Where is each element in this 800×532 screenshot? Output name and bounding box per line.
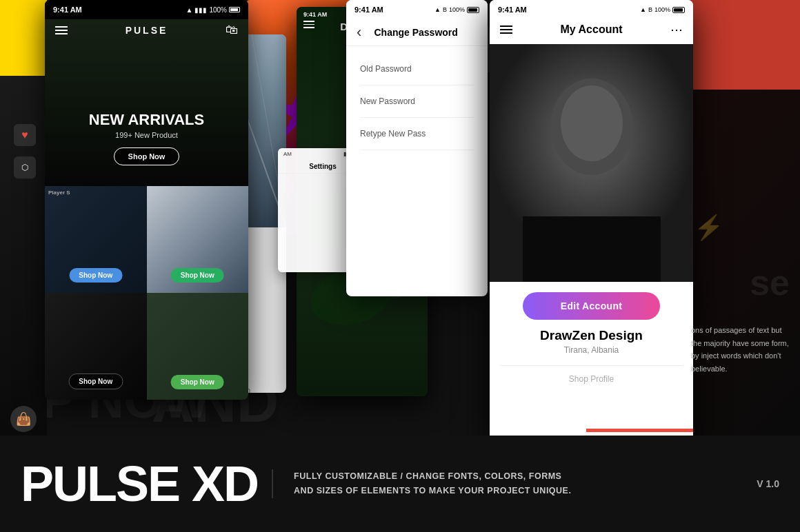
- version-label: V 1.0: [743, 478, 779, 489]
- bottom-bar: PULSE XD FULLY CUSTOMIZABLE / CHANGE FON…: [0, 436, 800, 532]
- edit-account-container: Edit Account: [500, 292, 683, 320]
- cp-battery-text: 100%: [449, 6, 465, 13]
- phone1-status-icons: ▲ ▮▮▮ 100%: [186, 6, 240, 14]
- signal-icon: ▮▮▮: [194, 6, 207, 14]
- back-arrow-icon[interactable]: ‹: [357, 25, 361, 40]
- grid-cell-4: Shop Now: [147, 293, 249, 400]
- phone-my-account: 9:41 AM ▲ B 100% My Account ⋯: [490, 0, 693, 441]
- account-status-icons: ▲ B 100%: [640, 6, 685, 14]
- desc-line2: AND SIZES OF ELEMENTS TO MAKE YOUR PROJE…: [294, 484, 743, 498]
- battery-icon: 100%: [209, 6, 227, 14]
- shop-profile-link[interactable]: Shop Profile: [500, 365, 683, 384]
- settings-time: AM: [283, 151, 292, 157]
- discover-time: 9:41 AM: [303, 11, 327, 18]
- phone-fashion: 9:41 AM ▲ ▮▮▮ 100% PULSE 🛍 NEW ARRIVALS: [45, 0, 248, 400]
- pulse-xd-title: PULSE XD: [21, 456, 258, 512]
- account-name: DrawZen Design: [500, 328, 683, 343]
- cp-status-icons: ▲ B 100%: [434, 6, 479, 14]
- cp-title: Change Password: [365, 27, 467, 38]
- grid-cell-3: Shop Now: [45, 293, 147, 400]
- cp-field-retype: Retype New Pass: [360, 118, 474, 150]
- red-accent-line: [586, 429, 693, 432]
- hero-title: NEW ARRIVALS: [45, 112, 248, 128]
- phone-change-password: 9:41 AM ▲ B 100% ‹ Change Password Old P…: [346, 0, 488, 296]
- account-wifi: ▲: [640, 6, 646, 13]
- grid-cell-2: Shop Now: [147, 186, 249, 293]
- edit-account-button[interactable]: Edit Account: [523, 292, 660, 320]
- grid-btn-3[interactable]: Shop Now: [68, 374, 123, 389]
- player-label: Player S: [48, 190, 70, 196]
- account-hero: [490, 44, 693, 282]
- account-header: My Account ⋯: [490, 19, 693, 44]
- account-menu-icon[interactable]: ⋯: [670, 22, 683, 37]
- account-bluetooth: B: [648, 6, 652, 13]
- hero-subtitle: 199+ New Product: [45, 131, 248, 139]
- share-icon[interactable]: ⬡: [14, 156, 36, 178]
- account-battery-text: 100%: [654, 6, 670, 13]
- cp-battery-icon: [467, 7, 479, 13]
- svg-point-10: [561, 85, 623, 161]
- account-hamburger[interactable]: [500, 25, 512, 34]
- grid-btn-4[interactable]: Shop Now: [171, 375, 224, 389]
- battery-bar: [229, 7, 240, 12]
- account-location: Tirana, Albania: [500, 345, 683, 355]
- phone1-grid: Player S Shop Now Shop Now Shop Now Shop…: [45, 186, 248, 400]
- cp-statusbar: 9:41 AM ▲ B 100%: [346, 0, 488, 19]
- account-time: 9:41 AM: [498, 6, 527, 14]
- svg-rect-12: [523, 216, 661, 282]
- app-logo: PULSE: [126, 25, 168, 36]
- account-bottom: Edit Account DrawZen Design Tirana, Alba…: [490, 282, 693, 394]
- yellow-accent: [0, 0, 47, 76]
- cp-old-label: Old Password: [360, 64, 412, 74]
- desc-line1: FULLY CUSTOMIZABLE / CHANGE FONTS, COLOR…: [294, 469, 743, 484]
- account-battery-icon: [672, 7, 685, 13]
- heart-icon[interactable]: ♥: [14, 124, 36, 146]
- cp-header: ‹ Change Password: [346, 19, 488, 46]
- cp-field-old: Old Password: [360, 53, 474, 85]
- cp-time: 9:41 AM: [354, 6, 383, 14]
- grid-btn-2[interactable]: Shop Now: [171, 268, 224, 283]
- cp-field-new: New Password: [360, 85, 474, 118]
- cp-wifi: ▲: [434, 6, 441, 13]
- right-text-overlay: ons of passages of text but the majority…: [691, 324, 793, 376]
- hamburger-icon[interactable]: [55, 26, 68, 34]
- phone1-time: 9:41 AM: [53, 6, 82, 14]
- bg-text-se: se: [750, 262, 790, 303]
- grid-cell-1: Player S Shop Now: [45, 186, 147, 293]
- side-icons-area: ♥ ⬡: [14, 124, 36, 178]
- cp-fields: Old Password New Password Retype New Pas…: [346, 46, 488, 157]
- account-title: My Account: [560, 23, 622, 36]
- phone1-header: PULSE 🛍: [45, 17, 248, 43]
- hero-shop-btn[interactable]: Shop Now: [114, 147, 180, 165]
- bottom-description: FULLY CUSTOMIZABLE / CHANGE FONTS, COLOR…: [272, 469, 743, 499]
- cart-icon[interactable]: 🛍: [226, 23, 238, 37]
- cp-new-label: New Password: [360, 96, 415, 106]
- background: READY ♥ ⬡ 👜 9:41 AM ▲ ▮▮▮ 100%: [0, 0, 800, 532]
- grid-btn-1[interactable]: Shop Now: [69, 268, 122, 283]
- cp-retype-label: Retype New Pass: [360, 129, 426, 139]
- account-statusbar: 9:41 AM ▲ B 100%: [490, 0, 693, 19]
- small-lightning-right: ⚡: [694, 214, 724, 242]
- right-text-para: ons of passages of text but the majority…: [691, 324, 793, 376]
- cp-bluetooth: B: [443, 6, 447, 13]
- hero-text-block: NEW ARRIVALS 199+ New Product Shop Now: [45, 112, 248, 165]
- wifi-icon: ▲: [186, 6, 193, 14]
- portrait-svg: [490, 44, 693, 282]
- bag-icon-area[interactable]: 👜: [10, 406, 37, 432]
- phone1-statusbar: 9:41 AM ▲ ▮▮▮ 100%: [45, 0, 248, 19]
